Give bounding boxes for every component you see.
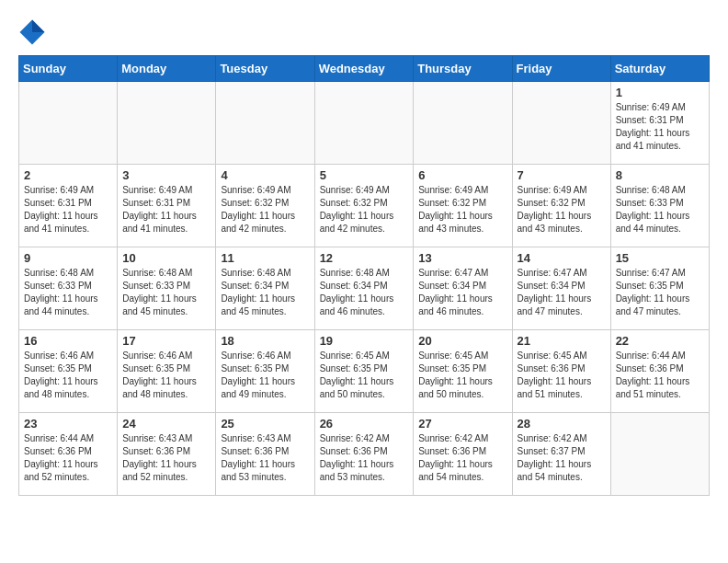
day-info: Sunrise: 6:42 AM Sunset: 6:36 PM Dayligh…: [320, 432, 409, 484]
calendar: SundayMondayTuesdayWednesdayThursdayFrid…: [18, 55, 710, 496]
calendar-cell: 22Sunrise: 6:44 AM Sunset: 6:36 PM Dayli…: [610, 330, 709, 413]
calendar-cell: 3Sunrise: 6:49 AM Sunset: 6:31 PM Daylig…: [118, 165, 216, 247]
calendar-cell: [414, 82, 512, 165]
day-info: Sunrise: 6:49 AM Sunset: 6:31 PM Dayligh…: [24, 184, 112, 236]
calendar-cell: 14Sunrise: 6:47 AM Sunset: 6:34 PM Dayli…: [512, 247, 610, 330]
day-info: Sunrise: 6:48 AM Sunset: 6:33 PM Dayligh…: [122, 267, 210, 318]
calendar-cell: 23Sunrise: 6:44 AM Sunset: 6:36 PM Dayli…: [19, 413, 118, 496]
calendar-cell: 21Sunrise: 6:45 AM Sunset: 6:36 PM Dayli…: [512, 330, 610, 413]
calendar-cell: 7Sunrise: 6:49 AM Sunset: 6:32 PM Daylig…: [512, 165, 610, 247]
day-number: 12: [320, 251, 409, 265]
day-number: 13: [418, 251, 506, 265]
day-number: 10: [122, 251, 210, 265]
calendar-cell: 24Sunrise: 6:43 AM Sunset: 6:36 PM Dayli…: [118, 413, 216, 496]
day-number: 2: [24, 168, 112, 182]
calendar-cell: 19Sunrise: 6:45 AM Sunset: 6:35 PM Dayli…: [314, 330, 414, 413]
day-number: 24: [122, 417, 210, 431]
calendar-cell: 11Sunrise: 6:48 AM Sunset: 6:34 PM Dayli…: [216, 247, 314, 330]
day-info: Sunrise: 6:46 AM Sunset: 6:35 PM Dayligh…: [122, 350, 210, 401]
day-number: 8: [616, 168, 704, 182]
day-number: 20: [418, 334, 506, 348]
day-number: 27: [418, 417, 506, 431]
calendar-cell: 27Sunrise: 6:42 AM Sunset: 6:36 PM Dayli…: [414, 413, 512, 496]
day-info: Sunrise: 6:43 AM Sunset: 6:36 PM Dayligh…: [221, 432, 309, 484]
calendar-cell: 10Sunrise: 6:48 AM Sunset: 6:33 PM Dayli…: [118, 247, 216, 330]
calendar-header-thursday: Thursday: [414, 56, 512, 82]
calendar-header-monday: Monday: [118, 56, 216, 82]
calendar-week-4: 16Sunrise: 6:46 AM Sunset: 6:35 PM Dayli…: [19, 330, 710, 413]
calendar-cell: 1Sunrise: 6:49 AM Sunset: 6:31 PM Daylig…: [610, 82, 709, 165]
day-number: 17: [122, 334, 210, 348]
calendar-cell: 6Sunrise: 6:49 AM Sunset: 6:32 PM Daylig…: [414, 165, 512, 247]
day-info: Sunrise: 6:44 AM Sunset: 6:36 PM Dayligh…: [24, 432, 112, 484]
calendar-week-2: 2Sunrise: 6:49 AM Sunset: 6:31 PM Daylig…: [19, 165, 710, 247]
day-number: 14: [518, 251, 606, 265]
day-number: 6: [418, 168, 506, 182]
day-info: Sunrise: 6:49 AM Sunset: 6:32 PM Dayligh…: [221, 184, 309, 236]
day-info: Sunrise: 6:45 AM Sunset: 6:35 PM Dayligh…: [418, 350, 506, 401]
day-info: Sunrise: 6:46 AM Sunset: 6:35 PM Dayligh…: [24, 350, 112, 401]
calendar-cell: 16Sunrise: 6:46 AM Sunset: 6:35 PM Dayli…: [19, 330, 118, 413]
calendar-header-tuesday: Tuesday: [216, 56, 314, 82]
day-number: 21: [518, 334, 606, 348]
day-number: 4: [221, 168, 309, 182]
day-number: 16: [24, 334, 112, 348]
day-number: 19: [320, 334, 409, 348]
calendar-cell: 13Sunrise: 6:47 AM Sunset: 6:34 PM Dayli…: [414, 247, 512, 330]
header: [18, 18, 710, 46]
day-number: 23: [24, 417, 112, 431]
day-number: 5: [320, 168, 409, 182]
logo: [18, 18, 50, 46]
calendar-header-wednesday: Wednesday: [314, 56, 414, 82]
calendar-cell: 12Sunrise: 6:48 AM Sunset: 6:34 PM Dayli…: [314, 247, 414, 330]
calendar-cell: [19, 82, 118, 165]
day-info: Sunrise: 6:48 AM Sunset: 6:34 PM Dayligh…: [320, 267, 409, 318]
calendar-header-friday: Friday: [512, 56, 610, 82]
day-number: 11: [221, 251, 309, 265]
day-info: Sunrise: 6:49 AM Sunset: 6:31 PM Dayligh…: [122, 184, 210, 236]
day-number: 22: [616, 334, 704, 348]
day-info: Sunrise: 6:42 AM Sunset: 6:36 PM Dayligh…: [418, 432, 506, 484]
day-number: 26: [320, 417, 409, 431]
day-info: Sunrise: 6:49 AM Sunset: 6:31 PM Dayligh…: [616, 101, 704, 153]
day-info: Sunrise: 6:49 AM Sunset: 6:32 PM Dayligh…: [518, 184, 606, 236]
calendar-cell: 18Sunrise: 6:46 AM Sunset: 6:35 PM Dayli…: [216, 330, 314, 413]
calendar-cell: 9Sunrise: 6:48 AM Sunset: 6:33 PM Daylig…: [19, 247, 118, 330]
calendar-cell: 28Sunrise: 6:42 AM Sunset: 6:37 PM Dayli…: [512, 413, 610, 496]
day-info: Sunrise: 6:44 AM Sunset: 6:36 PM Dayligh…: [616, 350, 704, 401]
calendar-week-5: 23Sunrise: 6:44 AM Sunset: 6:36 PM Dayli…: [19, 413, 710, 496]
day-info: Sunrise: 6:48 AM Sunset: 6:33 PM Dayligh…: [24, 267, 112, 318]
day-number: 18: [221, 334, 309, 348]
calendar-cell: 20Sunrise: 6:45 AM Sunset: 6:35 PM Dayli…: [414, 330, 512, 413]
day-number: 7: [518, 168, 606, 182]
calendar-cell: 15Sunrise: 6:47 AM Sunset: 6:35 PM Dayli…: [610, 247, 709, 330]
calendar-week-3: 9Sunrise: 6:48 AM Sunset: 6:33 PM Daylig…: [19, 247, 710, 330]
calendar-cell: [512, 82, 610, 165]
day-number: 25: [221, 417, 309, 431]
calendar-cell: 4Sunrise: 6:49 AM Sunset: 6:32 PM Daylig…: [216, 165, 314, 247]
day-number: 9: [24, 251, 112, 265]
calendar-cell: [216, 82, 314, 165]
calendar-cell: 17Sunrise: 6:46 AM Sunset: 6:35 PM Dayli…: [118, 330, 216, 413]
day-number: 15: [616, 251, 704, 265]
day-info: Sunrise: 6:46 AM Sunset: 6:35 PM Dayligh…: [221, 350, 309, 401]
day-info: Sunrise: 6:42 AM Sunset: 6:37 PM Dayligh…: [518, 432, 606, 484]
calendar-header-sunday: Sunday: [19, 56, 118, 82]
calendar-cell: 5Sunrise: 6:49 AM Sunset: 6:32 PM Daylig…: [314, 165, 414, 247]
calendar-cell: 25Sunrise: 6:43 AM Sunset: 6:36 PM Dayli…: [216, 413, 314, 496]
logo-icon: [18, 18, 46, 46]
calendar-header-row: SundayMondayTuesdayWednesdayThursdayFrid…: [19, 56, 710, 82]
calendar-cell: 2Sunrise: 6:49 AM Sunset: 6:31 PM Daylig…: [19, 165, 118, 247]
day-info: Sunrise: 6:48 AM Sunset: 6:33 PM Dayligh…: [616, 184, 704, 236]
calendar-cell: [118, 82, 216, 165]
day-info: Sunrise: 6:49 AM Sunset: 6:32 PM Dayligh…: [418, 184, 506, 236]
day-info: Sunrise: 6:49 AM Sunset: 6:32 PM Dayligh…: [320, 184, 409, 236]
calendar-cell: 8Sunrise: 6:48 AM Sunset: 6:33 PM Daylig…: [610, 165, 709, 247]
calendar-cell: [314, 82, 414, 165]
svg-marker-1: [32, 20, 45, 33]
day-info: Sunrise: 6:47 AM Sunset: 6:34 PM Dayligh…: [418, 267, 506, 318]
calendar-cell: 26Sunrise: 6:42 AM Sunset: 6:36 PM Dayli…: [314, 413, 414, 496]
day-info: Sunrise: 6:47 AM Sunset: 6:34 PM Dayligh…: [518, 267, 606, 318]
day-number: 1: [616, 86, 704, 99]
day-info: Sunrise: 6:45 AM Sunset: 6:36 PM Dayligh…: [518, 350, 606, 401]
